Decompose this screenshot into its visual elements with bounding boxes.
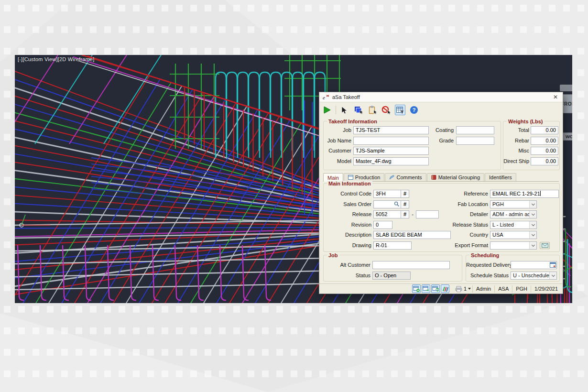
direct-ship-field: 0.00 — [531, 157, 558, 165]
export-format-select[interactable] — [490, 241, 537, 250]
clipboard-icon — [368, 106, 377, 114]
grade-label: Grade — [419, 137, 454, 145]
schedule-status-select[interactable]: U - Unscheduled — [511, 272, 557, 280]
requested-delivery-field[interactable] — [511, 261, 557, 269]
alt-customer-label: Alt Customer — [324, 261, 370, 269]
group-takeoff-information: Takeoff Information Job TJS-TEST Job Nam… — [323, 121, 501, 170]
help-button[interactable]: ? — [409, 105, 419, 115]
drawing-field[interactable]: R-01 — [373, 241, 412, 250]
fab-location-label: Fab Location — [438, 200, 488, 208]
description-label: Description — [324, 231, 371, 239]
job-field[interactable]: TJS-TEST — [353, 126, 429, 134]
close-button[interactable]: ✕ — [551, 94, 560, 100]
total-label: Total — [503, 126, 529, 134]
color-bars-icon — [442, 285, 448, 292]
rebar-field: 0.00 — [531, 137, 558, 145]
chevron-down-icon[interactable] — [529, 231, 536, 239]
group-legend: Main Information — [327, 181, 372, 186]
envelope-icon — [542, 243, 548, 248]
control-code-hash-button[interactable]: # — [401, 190, 409, 198]
control-code-field[interactable]: 3FH — [373, 190, 401, 198]
dialog-title: aSa Takeoff — [332, 94, 360, 100]
release-hash-button[interactable]: # — [401, 210, 409, 218]
customer-field[interactable]: TJS-Sample — [353, 147, 429, 155]
tab-identifiers[interactable]: Identifiers — [485, 173, 516, 181]
chevron-down-icon[interactable] — [529, 211, 536, 218]
svg-text:e: e — [323, 95, 325, 100]
text-caret — [540, 191, 541, 196]
chevron-down-icon[interactable] — [529, 221, 536, 229]
model-field[interactable]: Master_4F.dwg — [353, 157, 429, 165]
direct-ship-label: Direct Ship — [503, 157, 529, 165]
alt-customer-field[interactable] — [372, 261, 450, 269]
svg-text:?: ? — [413, 107, 416, 113]
calendar-icon[interactable] — [550, 262, 556, 268]
country-select[interactable]: USA — [490, 231, 537, 239]
revision-field[interactable]: 0 — [373, 221, 392, 229]
sales-order-label: Sales Order — [324, 200, 371, 208]
legend-colors-button[interactable] — [441, 284, 449, 293]
comments-icon — [389, 175, 394, 180]
coating-label: Coating — [419, 126, 454, 134]
dialog-titlebar[interactable]: e aSa Takeoff ✕ — [319, 92, 563, 102]
location-panel: PGH — [512, 285, 531, 293]
help-icon: ? — [410, 106, 418, 114]
group-legend: Weights (Lbs) — [507, 119, 544, 124]
copy-objects-icon — [354, 106, 363, 114]
misc-label: Misc — [503, 147, 529, 155]
status-field: O - Open — [372, 272, 411, 280]
status-label: Status — [324, 272, 370, 280]
paste-takeoff-button[interactable] — [367, 105, 378, 115]
run-takeoff-button[interactable] — [322, 105, 332, 115]
window-plus-icon — [413, 285, 420, 292]
release-field[interactable]: 5052 — [373, 210, 401, 218]
send-takeoff-button[interactable] — [412, 284, 421, 293]
open-takeoff-button[interactable] — [422, 284, 430, 293]
refresh-takeoff-button[interactable] — [431, 284, 440, 293]
chevron-down-icon[interactable] — [529, 242, 536, 249]
email-export-button[interactable] — [540, 242, 550, 249]
tab-production[interactable]: Production — [344, 173, 385, 181]
total-field: 0.00 — [531, 126, 558, 134]
control-code-label: Control Code — [324, 190, 371, 198]
dialog-toolbar: ? — [319, 103, 563, 117]
revision-label: Revision — [324, 221, 371, 229]
rebar-label: Rebar — [503, 137, 529, 145]
sales-order-hash-button[interactable]: # — [401, 200, 409, 208]
release-status-label: Release Status — [438, 221, 488, 229]
tab-material-grouping[interactable]: Material Grouping — [427, 173, 484, 181]
release-label: Release — [324, 210, 371, 218]
viewport-controls-label[interactable]: [-][Custom View][2D Wireframe] — [18, 56, 94, 62]
copies-count: 1 — [464, 286, 467, 292]
cancel-takeoff-button[interactable] — [381, 105, 392, 115]
chevron-down-icon[interactable] — [529, 201, 536, 208]
group-scheduling: Scheduling Requested Delivery Schedule S… — [466, 255, 560, 282]
grid-view-icon — [396, 106, 404, 114]
release-suffix-field[interactable] — [416, 210, 439, 218]
release-status-select[interactable]: L - Listed — [490, 221, 537, 229]
search-icon[interactable] — [394, 201, 400, 207]
customer-label: Customer — [324, 147, 351, 155]
select-objects-button[interactable] — [353, 105, 364, 115]
job-name-field[interactable] — [353, 137, 429, 145]
viewcube-top-face[interactable] — [560, 85, 572, 91]
window-arrow-icon — [423, 285, 429, 292]
job-name-label: Job Name — [324, 137, 351, 145]
coating-field[interactable] — [456, 126, 494, 134]
tab-comments[interactable]: Comments — [385, 173, 426, 181]
window-refresh-icon — [432, 285, 439, 292]
takeoff-grid-button[interactable] — [395, 105, 405, 115]
grade-field[interactable] — [456, 137, 494, 145]
chevron-down-icon[interactable] — [549, 272, 556, 279]
fab-location-select[interactable]: PGH — [490, 200, 537, 208]
drawing-label: Drawing — [324, 241, 371, 250]
print-copies-dropdown[interactable]: 1 — [454, 286, 472, 292]
reference-field[interactable]: EMAIL REC 1-29-21 — [490, 190, 559, 198]
detailer-select[interactable]: ADM - admin admin — [490, 210, 537, 218]
export-format-label: Export Format — [438, 241, 488, 250]
reference-label: Reference — [438, 190, 488, 198]
select-button[interactable] — [339, 105, 350, 115]
release-dash: - — [411, 210, 414, 218]
date-panel: 1/29/2021 — [531, 285, 561, 293]
sales-order-field[interactable] — [373, 200, 401, 208]
